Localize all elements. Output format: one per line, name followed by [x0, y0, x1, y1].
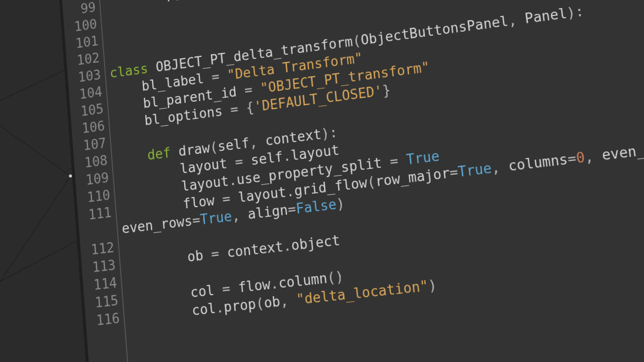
token-op: ) — [427, 277, 437, 294]
token-kw: def — [147, 145, 172, 163]
token-name — [116, 148, 148, 167]
token-op: , — [491, 158, 509, 176]
token-op: , — [249, 133, 266, 151]
token-op: . — [188, 0, 197, 2]
token-op: , — [507, 11, 526, 29]
token-op: , — [279, 292, 297, 309]
token-op: { — [237, 99, 255, 116]
text-editor[interactable]: 9596979899100101102103104105106107108109… — [57, 0, 644, 362]
token-op: ): — [566, 3, 585, 21]
token-op: , — [584, 147, 603, 165]
token-const: True — [199, 208, 232, 227]
token-op: } — [382, 82, 391, 99]
token-op: ): — [320, 124, 338, 142]
token-const: True — [457, 160, 493, 179]
token-op: , — [231, 207, 248, 224]
token-op: ) — [336, 196, 345, 212]
line-number: 116 — [85, 309, 120, 330]
token-name: align — [247, 202, 289, 222]
token-name: prop — [223, 296, 257, 315]
token-const: False — [295, 196, 338, 217]
token-self: self — [217, 135, 250, 154]
token-name: ob — [263, 294, 281, 311]
token-op: () — [327, 268, 345, 286]
token-const: True — [406, 148, 440, 167]
code-area[interactable]: row.prop(ob, "lock_ row = layout.row(ali… — [99, 0, 644, 326]
